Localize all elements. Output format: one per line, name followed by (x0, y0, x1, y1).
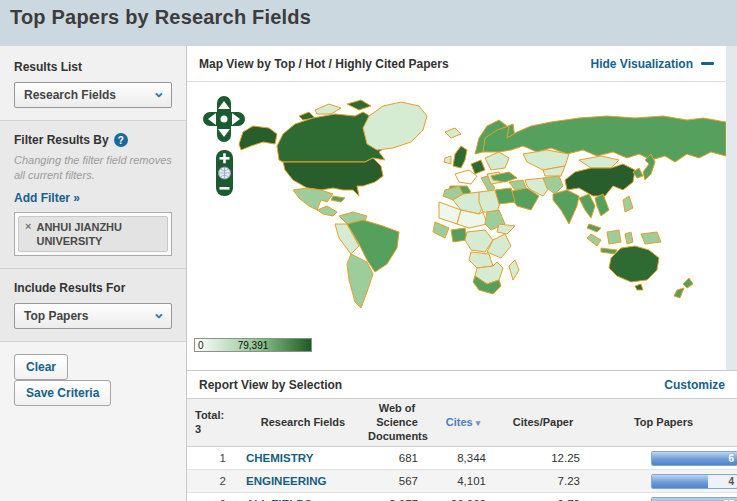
table-row: 2 ENGINEERING 567 4,101 7.23 4 (187, 470, 737, 493)
map-region-arctic-islands (315, 104, 341, 114)
sidebar-actions: Clear Save Criteria (0, 341, 186, 501)
report-title: Report View by Selection (199, 378, 342, 392)
include-results-label: Include Results For (14, 281, 172, 295)
map-region-united-kingdom (453, 146, 467, 168)
map-region-myanmar-thailand (579, 194, 595, 218)
map-region-germany (471, 160, 485, 174)
map-region-vietnam (595, 194, 609, 216)
map-region-egypt (495, 188, 515, 204)
field-link[interactable]: ENGINEERING (246, 475, 327, 487)
row-rank: 1 (187, 447, 242, 470)
row-cites-per-paper: 7.23 (496, 470, 590, 493)
add-filter-link[interactable]: Add Filter » (14, 191, 80, 205)
map-region-sulawesi (625, 232, 633, 244)
row-docs: 2,677 (364, 493, 430, 501)
top-papers-value: 4 (728, 476, 734, 487)
field-link[interactable]: CHEMISTRY (246, 452, 313, 464)
include-results-select[interactable]: Top Papers ⌄ (14, 303, 172, 329)
map-region-tasmania (635, 284, 643, 290)
map-region-borneo (607, 230, 621, 244)
map-region-mongolia (579, 156, 619, 168)
column-header-wos-documents[interactable]: Web of Science Documents (364, 399, 430, 447)
hide-visualization-link[interactable]: Hide Visualization (591, 57, 714, 71)
map-region-greenland (363, 102, 427, 150)
row-cites: 26,008 (430, 493, 496, 501)
filter-note: Changing the filter field removes all cu… (14, 153, 172, 183)
page-title-bar: Top Papers by Research Fields (0, 0, 737, 46)
results-list-label: Results List (14, 60, 172, 74)
map-region-new-zealand (683, 278, 693, 288)
map-region-new-zealand (674, 288, 684, 298)
map-region-angola-zambia (469, 252, 493, 268)
legend-min-value: 0 (198, 340, 204, 351)
sort-desc-icon: ▾ (476, 418, 481, 428)
column-header-top-papers[interactable]: Top Papers (590, 399, 737, 447)
map-view-title: Map View by Top / Hot / Highly Cited Pap… (199, 57, 449, 71)
map-region-eastern-europe (485, 152, 509, 170)
map-region-west-africa (433, 222, 449, 238)
filter-heading: Filter Results By (14, 133, 109, 147)
map-region-java (601, 248, 617, 254)
chevron-down-icon: ⌄ (152, 87, 165, 97)
legend-max-value: 79,391 (218, 340, 288, 351)
save-criteria-button[interactable]: Save Criteria (14, 380, 111, 406)
chevron-down-icon: ⌄ (152, 308, 165, 318)
row-docs: 567 (364, 470, 430, 493)
include-results-section: Include Results For Top Papers ⌄ (0, 268, 186, 341)
customize-link[interactable]: Customize (664, 378, 725, 392)
world-map-svg (187, 82, 726, 370)
filter-section: Filter Results By ? Changing the filter … (0, 120, 186, 268)
map-region-central-america (317, 206, 337, 216)
sidebar: Results List Research Fields ⌄ Filter Re… (0, 46, 187, 501)
page-title: Top Papers by Research Fields (10, 6, 737, 29)
results-table: Total: 3 Research Fields Web of Science … (187, 398, 737, 501)
results-list-section: Results List Research Fields ⌄ (0, 46, 186, 120)
map-region-iceland (445, 128, 461, 138)
map-region-china (565, 164, 635, 196)
map-region-malaysia (587, 224, 601, 232)
map-legend-gradient: 0 79,391 (194, 338, 312, 352)
hide-visualization-label: Hide Visualization (591, 57, 693, 71)
page: Top Papers by Research Fields Results Li… (0, 0, 737, 501)
remove-filter-icon[interactable]: × (25, 220, 31, 249)
column-header-cites[interactable]: Cites ▾ (430, 399, 496, 447)
map-region-philippines (623, 196, 633, 212)
zoom-out-button (220, 187, 230, 190)
map-region-india (553, 190, 579, 224)
map-region-madagascar (509, 260, 519, 280)
table-row: 0 ALL FIELDS 2,677 26,008 9.72 27 (187, 493, 737, 501)
map-region-ethiopia (497, 224, 515, 234)
total-count: Total: 3 (187, 399, 242, 447)
row-cites-per-paper: 9.72 (496, 493, 590, 501)
filter-tag[interactable]: × ANHUI JIANZHU UNIVERSITY (18, 216, 168, 253)
help-icon[interactable]: ? (114, 133, 128, 147)
map-zoom-control[interactable] (216, 150, 233, 196)
map-pan-control[interactable] (203, 96, 245, 142)
report-panel: Report View by Selection Customize Total… (187, 370, 737, 501)
column-header-research-fields[interactable]: Research Fields (242, 399, 364, 447)
row-docs: 681 (364, 447, 430, 470)
row-cites-per-paper: 12.25 (496, 447, 590, 470)
map-region-cuba (331, 196, 345, 202)
map-panel: Map View by Top / Hot / Highly Cited Pap… (187, 46, 726, 370)
world-choropleth-map[interactable]: 0 79,391 (187, 82, 726, 370)
results-list-select[interactable]: Research Fields ⌄ (14, 82, 172, 108)
table-row: 1 CHEMISTRY 681 8,344 12.25 6 (187, 447, 737, 470)
filter-tag-label: ANHUI JIANZHU UNIVERSITY (36, 220, 161, 249)
column-header-cites-per-paper[interactable]: Cites/Paper (496, 399, 590, 447)
map-region-niger-chad (457, 210, 487, 228)
map-region-new-guinea (641, 232, 661, 244)
row-cites: 4,101 (430, 470, 496, 493)
map-region-japan (643, 154, 655, 180)
map-region-france (455, 170, 477, 184)
clear-button[interactable]: Clear (14, 354, 68, 380)
map-region-arctic-islands (347, 100, 371, 110)
collapse-minus-icon (701, 62, 714, 65)
map-controls (203, 96, 247, 204)
row-cites: 8,344 (430, 447, 496, 470)
map-region-sumatra (587, 234, 601, 246)
top-papers-bar: 4 (651, 474, 737, 489)
top-papers-bar: 6 (651, 451, 737, 466)
row-rank: 0 (187, 493, 242, 501)
results-list-value: Research Fields (24, 88, 152, 102)
